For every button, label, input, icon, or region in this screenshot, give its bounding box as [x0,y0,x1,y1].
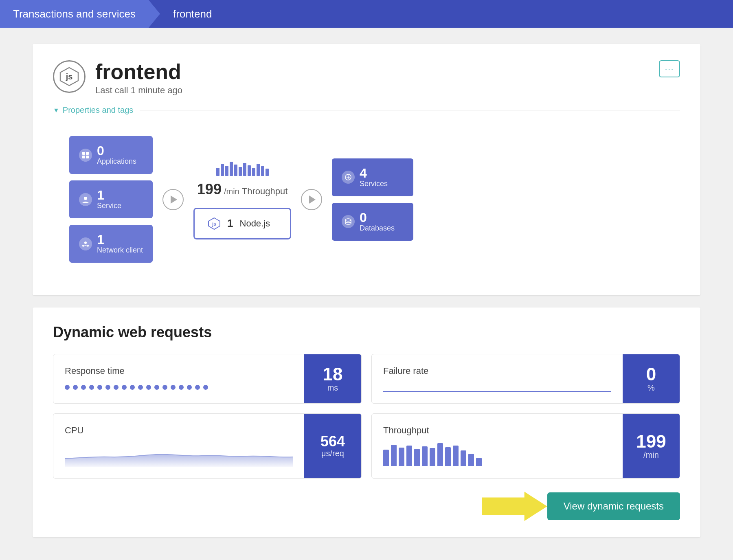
throughput-chart [383,442,611,467]
metric-value-failure-rate: 0 % [623,354,680,403]
applications-count: 0 [97,144,136,157]
dot1 [65,385,70,390]
properties-label: Properties and tags [63,105,133,115]
play-button-left[interactable] [162,189,184,210]
metric-card-failure-rate: Failure rate 0 % [371,354,680,404]
node-label: Node.js [240,218,270,229]
dot18 [203,385,208,390]
breadcrumb-frontend[interactable]: frontend [160,0,225,28]
service-title-block: frontend Last call 1 minute ago [95,60,659,96]
tbar2 [391,445,397,466]
tbar4 [406,446,412,466]
chevron-down-icon: ▼ [53,107,59,114]
svg-rect-2 [82,152,85,155]
dot12 [154,385,159,390]
metric-name-cpu: CPU [65,425,293,436]
services-icon [342,171,355,184]
metric-value-response-time: 18 ms [304,354,361,403]
tbar12 [468,454,474,466]
databases-box[interactable]: 0 Databases [332,203,413,241]
svg-point-9 [87,245,89,246]
network-client-box[interactable]: 1 Network client [69,225,153,263]
arrow-decoration [482,492,547,521]
cpu-area-chart [65,442,293,467]
service-header: js frontend Last call 1 minute ago ··· [53,60,680,96]
tbar11 [461,450,466,466]
databases-label: Databases [360,224,395,233]
dot8 [122,385,127,390]
metric-content-failure-rate: Failure rate [372,354,623,403]
svg-rect-4 [82,156,85,158]
center-node: 199 /min Throughput js 1 Node.js [193,160,291,239]
svg-rect-3 [86,152,89,155]
svg-point-7 [84,242,87,244]
main-content: js frontend Last call 1 minute ago ··· ▼… [0,28,733,560]
tbar1 [383,450,389,466]
bar1 [216,168,219,176]
metric-value-cpu: 564 μs/req [304,414,361,478]
throughput-value: 199 [197,181,222,198]
throughput-metric-value: 199 [636,433,666,450]
view-dynamic-requests-button[interactable]: View dynamic requests [547,492,680,520]
network-client-count: 1 [97,233,143,246]
svg-point-8 [82,245,84,246]
properties-row[interactable]: ▼ Properties and tags [53,105,680,115]
svg-rect-5 [86,156,89,158]
dot15 [179,385,184,390]
bar9 [252,168,255,176]
svg-point-6 [84,197,87,200]
play-button-right[interactable] [301,189,322,210]
dot3 [81,385,86,390]
failure-rate-chart [383,383,611,392]
throughput-display: 199 /min Throughput [197,181,287,198]
nodejs-box[interactable]: js 1 Node.js [193,208,291,239]
bar12 [266,169,269,176]
service-box[interactable]: 1 Service [69,180,153,218]
applications-text: 0 Applications [97,144,136,166]
service-count: 1 [97,189,121,202]
flow-left: 0 Applications 1 Service [69,136,153,263]
tbar13 [476,458,482,466]
tbar3 [399,448,404,466]
section-title: Dynamic web requests [53,324,680,341]
dot10 [138,385,143,390]
more-button[interactable]: ··· [659,60,680,77]
databases-icon [342,215,355,228]
applications-box[interactable]: 0 Applications [69,136,153,174]
breadcrumb2-label: frontend [173,8,212,20]
svg-text:js: js [66,72,73,81]
dot11 [146,385,151,390]
metric-content-throughput: Throughput [372,414,623,478]
metric-name-throughput: Throughput [383,425,611,436]
services-text: 4 Services [360,167,388,188]
flat-line [383,391,611,392]
flow-right: 4 Services 0 Databases [332,158,413,241]
service-name: frontend [95,60,659,83]
services-label: Services [360,180,388,188]
node-count: 1 [227,217,233,230]
dot5 [97,385,102,390]
bar5 [234,165,237,176]
breadcrumb-chevron [149,0,160,28]
throughput-unit: /min [224,187,239,196]
bar2 [221,164,224,176]
svg-point-13 [345,219,351,221]
service-icon [79,193,92,206]
bar4 [230,162,233,176]
tbar6 [422,446,428,466]
breadcrumb-transactions[interactable]: Transactions and services [0,0,149,28]
dot7 [114,385,119,390]
tbar5 [414,449,420,466]
metrics-grid: Response time [53,354,680,479]
throughput-metric-unit: /min [643,450,659,460]
metric-card-throughput: Throughput [371,413,680,479]
metric-card-cpu: CPU [53,413,362,479]
bar10 [257,164,260,176]
services-box[interactable]: 4 Services [332,158,413,196]
dot2 [73,385,78,390]
service-card: js frontend Last call 1 minute ago ··· ▼… [33,44,700,295]
dot16 [187,385,192,390]
breadcrumb1-label: Transactions and services [13,8,136,20]
databases-count: 0 [360,211,395,224]
nodejs-icon: js [53,60,86,93]
